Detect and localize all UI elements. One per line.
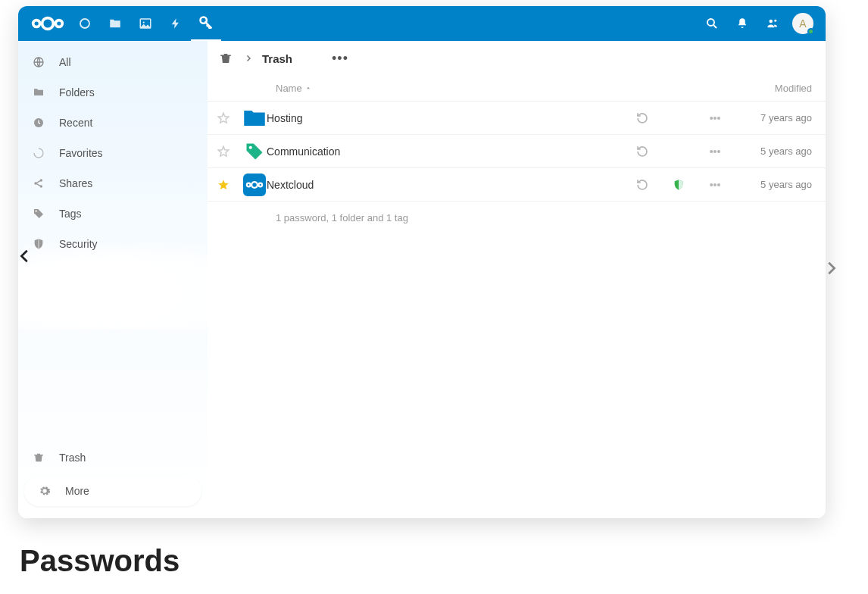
sidebar: All Folders Recent Favorites Shares <box>18 41 208 518</box>
restore-button[interactable] <box>624 145 660 158</box>
list-summary: 1 password, 1 folder and 1 tag <box>208 202 826 224</box>
sidebar-item-label: Favorites <box>59 147 103 159</box>
svg-point-9 <box>774 20 776 22</box>
passwords-app-icon[interactable] <box>191 6 221 41</box>
svg-point-5 <box>143 21 145 23</box>
folder-thumb-icon <box>242 106 267 130</box>
svg-point-19 <box>258 183 262 186</box>
app-switcher <box>70 6 221 41</box>
clock-icon <box>32 116 45 130</box>
share-icon <box>32 177 45 190</box>
sidebar-item-recent[interactable]: Recent <box>18 108 208 138</box>
sort-asc-icon <box>305 86 311 92</box>
security-status-icon[interactable] <box>660 179 697 191</box>
folder-icon <box>32 86 45 99</box>
favorite-toggle[interactable] <box>217 178 242 192</box>
favorite-toggle[interactable] <box>217 145 242 158</box>
favorite-toggle[interactable] <box>217 111 242 125</box>
item-name: Communication <box>267 145 624 158</box>
table-header: Name Modified <box>208 76 826 102</box>
sidebar-item-trash[interactable]: Trash <box>18 442 208 473</box>
svg-point-16 <box>249 145 252 148</box>
tag-thumb-icon <box>242 139 267 164</box>
sidebar-item-all[interactable]: All <box>18 47 208 77</box>
trash-icon <box>32 451 45 464</box>
activity-app-icon[interactable] <box>161 6 191 41</box>
avatar-initial: A <box>799 17 806 30</box>
item-modified: 5 years ago <box>733 179 816 190</box>
restore-button[interactable] <box>624 111 660 125</box>
svg-point-3 <box>80 19 89 28</box>
row-more-button[interactable]: ••• <box>697 179 733 191</box>
dashboard-app-icon[interactable] <box>70 6 100 41</box>
item-name: Hosting <box>267 112 624 124</box>
carousel-next-button[interactable] <box>820 257 842 280</box>
sidebar-item-label: Recent <box>59 117 92 129</box>
breadcrumb-more-button[interactable]: ••• <box>332 51 348 67</box>
sidebar-item-label: More <box>65 485 89 497</box>
sidebar-item-security[interactable]: Security <box>18 229 208 259</box>
photos-app-icon[interactable] <box>130 6 161 41</box>
breadcrumb: Trash ••• <box>208 41 826 76</box>
body-area: All Folders Recent Favorites Shares <box>18 41 826 518</box>
nextcloud-logo[interactable] <box>26 14 70 33</box>
column-header-name[interactable]: Name <box>276 83 624 94</box>
page-heading: Passwords <box>20 544 180 578</box>
sidebar-item-label: Security <box>59 238 98 250</box>
table-row[interactable]: Hosting ••• 7 years ago <box>208 102 826 135</box>
svg-point-18 <box>247 183 251 186</box>
restore-button[interactable] <box>624 178 660 192</box>
topbar: A <box>18 6 826 41</box>
svg-point-17 <box>251 182 258 188</box>
svg-point-1 <box>33 20 40 27</box>
svg-point-2 <box>55 20 62 27</box>
svg-point-7 <box>707 19 714 26</box>
breadcrumb-trash-icon[interactable] <box>217 49 235 67</box>
sidebar-item-more[interactable]: More <box>24 476 201 506</box>
svg-point-15 <box>36 211 37 212</box>
tag-icon <box>32 207 45 220</box>
sidebar-item-label: All <box>59 56 71 68</box>
item-modified: 5 years ago <box>733 145 816 157</box>
breadcrumb-title[interactable]: Trash <box>262 52 292 65</box>
table-row[interactable]: Nextcloud ••• 5 years ago <box>208 168 826 202</box>
gear-icon <box>38 484 52 498</box>
sidebar-item-favorites[interactable]: Favorites <box>18 138 208 168</box>
sidebar-item-shares[interactable]: Shares <box>18 168 208 199</box>
status-dot-icon <box>807 28 814 35</box>
files-app-icon[interactable] <box>100 6 130 41</box>
svg-point-0 <box>42 18 54 30</box>
row-more-button[interactable]: ••• <box>697 145 733 158</box>
column-header-modified[interactable]: Modified <box>733 83 816 94</box>
svg-point-8 <box>770 20 773 23</box>
sidebar-item-label: Folders <box>59 86 95 98</box>
spinner-icon <box>32 146 45 160</box>
item-modified: 7 years ago <box>733 112 816 123</box>
password-thumb-icon <box>242 173 267 197</box>
globe-icon <box>32 55 45 69</box>
app-window: A All Folders Recent <box>18 6 826 518</box>
sidebar-item-tags[interactable]: Tags <box>18 199 208 229</box>
sidebar-item-label: Trash <box>59 452 86 464</box>
user-avatar[interactable]: A <box>788 6 818 41</box>
row-more-button[interactable]: ••• <box>697 112 733 124</box>
contacts-icon[interactable] <box>757 6 788 41</box>
table-row[interactable]: Communication ••• 5 years ago <box>208 135 826 168</box>
notifications-icon[interactable] <box>727 6 757 41</box>
carousel-prev-button[interactable] <box>14 245 36 267</box>
chevron-right-icon <box>244 54 253 63</box>
sidebar-item-label: Shares <box>59 177 92 189</box>
sidebar-item-folders[interactable]: Folders <box>18 77 208 108</box>
main-panel: Trash ••• Name Modified Hosting <box>208 41 826 518</box>
sidebar-item-label: Tags <box>59 208 82 220</box>
item-name: Nextcloud <box>267 179 624 191</box>
search-icon[interactable] <box>697 6 727 41</box>
